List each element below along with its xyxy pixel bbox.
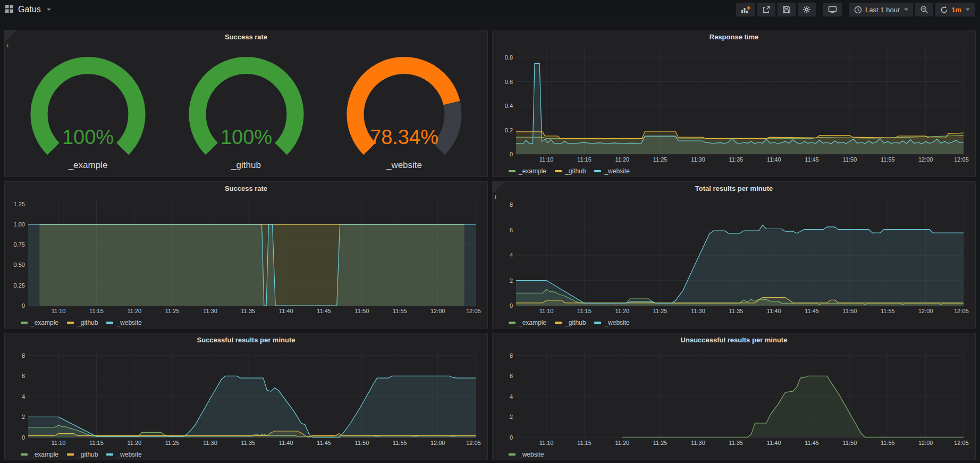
legend-item-_example[interactable]: _example xyxy=(21,451,58,458)
panel-info-icon[interactable]: i xyxy=(5,30,16,42)
panel-title[interactable]: Total results per minute xyxy=(493,182,975,195)
dashboard-grid-icon[interactable] xyxy=(5,5,13,15)
svg-text:11:20: 11:20 xyxy=(127,308,141,314)
legend-swatch xyxy=(106,322,113,324)
svg-text:11:20: 11:20 xyxy=(615,440,629,446)
svg-text:0: 0 xyxy=(510,434,513,441)
legend-item-_website[interactable]: _website xyxy=(594,319,629,326)
info-letter: i xyxy=(7,43,9,48)
svg-text:11:55: 11:55 xyxy=(881,308,895,314)
dashboard-title-caret-icon[interactable] xyxy=(47,9,51,11)
svg-text:11:55: 11:55 xyxy=(881,156,895,163)
svg-text:11:25: 11:25 xyxy=(165,308,180,314)
svg-text:11:25: 11:25 xyxy=(165,440,180,446)
dashboard-settings-button[interactable] xyxy=(798,3,816,16)
navbar-left: Gatus xyxy=(5,5,51,15)
add-panel-icon xyxy=(741,6,750,14)
graph-body: 00.20.40.60.811:1011:1511:2011:2511:3011… xyxy=(493,43,975,166)
svg-text:12:00: 12:00 xyxy=(430,440,445,446)
legend-item-_example[interactable]: _example xyxy=(509,167,546,175)
panel-title[interactable]: Success rate xyxy=(5,182,487,195)
refresh-icon xyxy=(940,6,948,14)
svg-text:12:00: 12:00 xyxy=(430,308,445,314)
svg-text:11:10: 11:10 xyxy=(539,308,554,314)
svg-text:2: 2 xyxy=(510,414,513,420)
svg-text:8: 8 xyxy=(22,352,25,359)
svg-text:11:45: 11:45 xyxy=(805,156,819,163)
svg-text:11:10: 11:10 xyxy=(52,308,66,314)
svg-text:11:50: 11:50 xyxy=(843,156,857,163)
legend: _example_github_website xyxy=(5,317,487,328)
svg-text:11:35: 11:35 xyxy=(729,156,744,163)
chart-total_results[interactable]: 0246811:1011:1511:2011:2511:3011:3511:40… xyxy=(497,196,970,315)
svg-text:11:15: 11:15 xyxy=(89,440,104,446)
legend-item-_github[interactable]: _github xyxy=(555,167,586,175)
legend-item-_example[interactable]: _example xyxy=(509,319,546,326)
legend-swatch xyxy=(106,453,113,456)
svg-text:11:20: 11:20 xyxy=(615,156,629,163)
gauge-_example: 100%_example xyxy=(9,46,167,171)
legend-item-_website[interactable]: _website xyxy=(594,167,629,175)
svg-text:11:40: 11:40 xyxy=(279,440,293,446)
graph-body: 00.250.500.751.001.2511:1011:1511:2011:2… xyxy=(5,195,487,317)
svg-text:11:45: 11:45 xyxy=(805,440,819,446)
zoom-out-time-button[interactable] xyxy=(915,3,933,16)
svg-text:11:50: 11:50 xyxy=(843,308,857,314)
legend-item-_github[interactable]: _github xyxy=(555,319,586,326)
chart-response_time[interactable]: 00.20.40.60.811:1011:1511:2011:2511:3011… xyxy=(497,44,970,164)
panel-title[interactable]: Success rate xyxy=(5,30,487,43)
legend-swatch xyxy=(509,170,516,172)
cycle-view-mode-button[interactable] xyxy=(823,3,842,16)
svg-text:11:30: 11:30 xyxy=(203,440,217,446)
panel-title[interactable]: Successful results per minute xyxy=(5,333,487,346)
legend-item-_website[interactable]: _website xyxy=(106,319,141,326)
legend-item-_github[interactable]: _github xyxy=(67,451,98,458)
panel-success-rate-graph: Success rate 00.250.500.751.001.2511:101… xyxy=(4,181,488,329)
svg-text:0.75: 0.75 xyxy=(14,241,25,248)
panel-success-rate-gauges: Success rate 100%_example100%_github78.3… xyxy=(4,30,488,177)
chart-success_rate[interactable]: 00.250.500.751.001.2511:1011:1511:2011:2… xyxy=(9,196,482,315)
svg-text:0: 0 xyxy=(22,434,25,441)
svg-text:12:00: 12:00 xyxy=(918,156,933,163)
legend-item-_example[interactable]: _example xyxy=(21,319,58,326)
legend-label: _website xyxy=(604,167,629,175)
gauge-label: _example xyxy=(69,160,108,171)
time-range-picker-button[interactable]: Last 1 hour xyxy=(849,3,913,16)
legend-swatch xyxy=(509,453,516,456)
dashboard-title[interactable]: Gatus xyxy=(18,5,41,14)
panel-title[interactable]: Unsuccessful results per minute xyxy=(493,333,975,346)
legend-item-_website[interactable]: _website xyxy=(509,451,544,458)
panel-title[interactable]: Response time xyxy=(493,30,975,43)
legend-item-_website[interactable]: _website xyxy=(106,451,141,458)
legend-label: _example xyxy=(31,319,58,326)
panel-info-icon[interactable]: i xyxy=(493,182,504,193)
refresh-interval-label: 1m xyxy=(951,6,961,14)
legend-label: _example xyxy=(519,167,546,175)
svg-text:1.25: 1.25 xyxy=(14,201,25,207)
legend-swatch xyxy=(509,322,516,324)
chart-successful_results[interactable]: 0246811:1011:1511:2011:2511:3011:3511:40… xyxy=(9,347,482,447)
add-panel-button[interactable] xyxy=(736,3,755,16)
legend-swatch xyxy=(67,453,74,456)
svg-text:8: 8 xyxy=(510,201,513,208)
legend-label: _example xyxy=(31,451,58,458)
refresh-button[interactable]: 1m xyxy=(935,3,975,16)
chart-unsuccessful_results[interactable]: 0246811:1011:1511:2011:2511:3011:3511:40… xyxy=(497,347,970,447)
svg-text:11:50: 11:50 xyxy=(355,308,369,314)
legend-item-_github[interactable]: _github xyxy=(67,319,98,326)
legend-label: _example xyxy=(519,319,546,326)
share-dashboard-button[interactable] xyxy=(757,3,775,16)
time-range-label: Last 1 hour xyxy=(865,6,900,14)
legend: _example_github_website xyxy=(5,449,487,460)
svg-text:8: 8 xyxy=(510,352,513,359)
legend-swatch xyxy=(21,453,28,456)
svg-text:11:40: 11:40 xyxy=(767,440,781,446)
svg-text:11:30: 11:30 xyxy=(691,308,705,314)
save-dashboard-button[interactable] xyxy=(778,3,796,16)
svg-text:11:10: 11:10 xyxy=(539,156,554,163)
svg-text:0.50: 0.50 xyxy=(14,262,25,268)
svg-text:0: 0 xyxy=(22,302,25,309)
svg-text:11:55: 11:55 xyxy=(393,440,407,446)
legend-label: _github xyxy=(565,167,586,175)
gauge-_github: 100%_github xyxy=(167,46,325,171)
